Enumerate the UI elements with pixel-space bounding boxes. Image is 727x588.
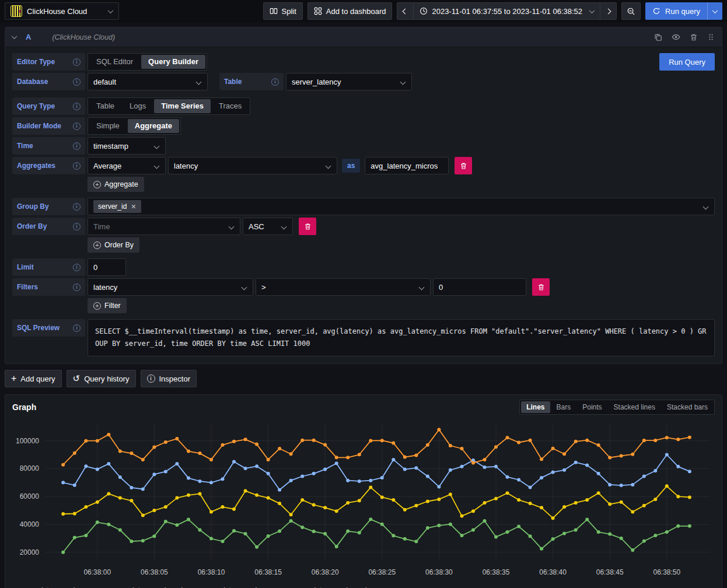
datasource-picker[interactable]: ClickHouse Cloud (5, 2, 119, 20)
drag-handle-icon[interactable] (707, 33, 715, 41)
aggregate-function-select[interactable]: Average (88, 157, 166, 174)
graph-canvas[interactable]: 2000040000600008000010000006:38:0006:38:… (12, 416, 715, 585)
aggregate-function-value: Average (93, 162, 121, 170)
builder-mode-toggle: SimpleAggregate (88, 117, 181, 135)
split-icon (270, 7, 278, 15)
graph-panel: Graph LinesBarsPointsStacked linesStacke… (5, 394, 722, 588)
toolbar-actions: Split Add to dashboard 2023-11-01 06:37:… (263, 2, 722, 20)
svg-text:06:38:35: 06:38:35 (483, 568, 510, 576)
top-toolbar: ClickHouse Cloud Split Add to dashboard … (0, 0, 727, 22)
order-by-direction-select[interactable]: ASC (243, 218, 293, 235)
group-by-multiselect[interactable]: server_id✕ (88, 198, 715, 215)
add-to-dashboard-button[interactable]: Add to dashboard (307, 2, 393, 20)
remove-filter-button[interactable] (532, 278, 550, 296)
option-query-builder[interactable]: Query Builder (141, 55, 205, 69)
remove-chip-icon[interactable]: ✕ (131, 203, 136, 211)
svg-text:06:38:45: 06:38:45 (596, 568, 624, 576)
filter-value: 0 (439, 283, 443, 292)
filter-value-input[interactable]: 0 (433, 278, 526, 296)
table-value: server_latency (292, 78, 341, 86)
info-icon[interactable] (73, 142, 81, 150)
info-icon[interactable] (73, 264, 81, 271)
info-icon[interactable] (73, 203, 81, 211)
option-aggregate[interactable]: Aggregate (128, 119, 179, 133)
sql-preview-row: SQL Preview SELECT $__timeInterval(times… (12, 319, 715, 356)
remove-aggregate-button[interactable] (455, 157, 472, 174)
order-by-row: Order By Time ASC (12, 218, 715, 235)
time-column-select[interactable]: timestamp (88, 137, 166, 155)
collapse-chevron-icon[interactable] (12, 33, 18, 39)
info-icon[interactable] (73, 58, 81, 66)
history-icon: ↺ (73, 374, 81, 383)
option-points[interactable]: Points (577, 401, 607, 413)
run-query-button[interactable]: Run query (645, 7, 707, 16)
zoom-out-button[interactable] (621, 2, 641, 20)
group-by-chip-label: server_id (98, 202, 127, 211)
add-filter-label: Filter (104, 302, 121, 310)
option-logs[interactable]: Logs (123, 99, 153, 113)
info-icon[interactable] (73, 284, 81, 291)
trash-icon (304, 223, 312, 230)
graph-title: Graph (12, 402, 36, 412)
option-sql-editor[interactable]: SQL Editor (89, 55, 140, 69)
query-ref-id[interactable]: A (26, 33, 31, 41)
query-history-label: Query history (84, 374, 129, 383)
add-filter-button[interactable]: Filter (88, 298, 127, 313)
aggregate-column-select[interactable]: latency (168, 157, 337, 174)
graph-style-toggle: LinesBarsPointsStacked linesStacked bars (519, 400, 715, 415)
remove-order-by-button[interactable] (299, 218, 316, 235)
group-by-chip: server_id✕ (93, 200, 141, 213)
option-lines[interactable]: Lines (521, 401, 550, 413)
run-query-editor-button[interactable]: Run Query (659, 53, 715, 71)
option-traces[interactable]: Traces (212, 99, 249, 113)
info-icon[interactable] (73, 223, 81, 230)
option-time-series[interactable]: Time Series (154, 99, 211, 113)
delete-query-trash-icon[interactable] (690, 33, 698, 41)
group-by-label: Group By (12, 198, 85, 215)
inspector-button[interactable]: Inspector (141, 370, 197, 387)
svg-text:06:38:25: 06:38:25 (368, 568, 396, 576)
chevron-down-icon (108, 8, 114, 13)
toggle-visibility-eye-icon[interactable] (672, 33, 680, 41)
refresh-icon (652, 7, 660, 15)
info-icon[interactable] (73, 324, 81, 332)
limit-input[interactable]: 0 (88, 258, 126, 276)
run-query-caret-button[interactable] (707, 2, 722, 20)
filters-label: Filters (12, 278, 85, 296)
chevron-down-icon (589, 8, 595, 13)
query-history-button[interactable]: ↺ Query history (67, 370, 136, 387)
run-query-split-button: Run query (645, 2, 722, 20)
add-order-by-button[interactable]: Order By (88, 237, 139, 253)
option-table[interactable]: Table (89, 99, 121, 113)
add-aggregate-button[interactable]: Aggregate (88, 177, 144, 192)
option-simple[interactable]: Simple (89, 119, 127, 133)
info-icon[interactable] (73, 123, 81, 130)
info-icon[interactable] (271, 78, 279, 86)
svg-text:20000: 20000 (20, 548, 40, 556)
split-button[interactable]: Split (263, 2, 303, 20)
info-icon[interactable] (73, 162, 81, 170)
option-stacked-bars[interactable]: Stacked bars (662, 401, 713, 413)
aggregate-alias-input[interactable]: avg_latency_micros (365, 157, 449, 174)
table-select[interactable]: server_latency (286, 73, 412, 90)
add-query-button[interactable]: + Add query (5, 370, 62, 387)
svg-text:06:38:05: 06:38:05 (141, 568, 168, 576)
editor-type-row: Editor Type SQL EditorQuery Builder Run … (12, 53, 715, 71)
info-icon[interactable] (73, 78, 81, 86)
time-forward-button[interactable] (600, 2, 617, 20)
aggregate-alias-value: avg_latency_micros (371, 162, 438, 170)
filter-column-select[interactable]: latency (88, 278, 253, 296)
option-stacked-lines[interactable]: Stacked lines (609, 401, 660, 413)
clock-icon (420, 7, 428, 15)
plus-circle-icon (93, 302, 101, 310)
time-back-button[interactable] (397, 2, 414, 20)
info-icon[interactable] (73, 103, 81, 110)
filter-operator-select[interactable]: > (256, 278, 431, 296)
duplicate-query-icon[interactable] (654, 33, 662, 41)
database-select[interactable]: default (88, 73, 208, 90)
option-bars[interactable]: Bars (551, 401, 576, 413)
time-range-label: 2023-11-01 06:37:55 to 2023-11-01 06:38:… (432, 7, 582, 16)
order-by-field-select[interactable]: Time (88, 218, 240, 235)
add-aggregate-label: Aggregate (104, 180, 138, 188)
time-range-button[interactable]: 2023-11-01 06:37:55 to 2023-11-01 06:38:… (413, 2, 600, 20)
